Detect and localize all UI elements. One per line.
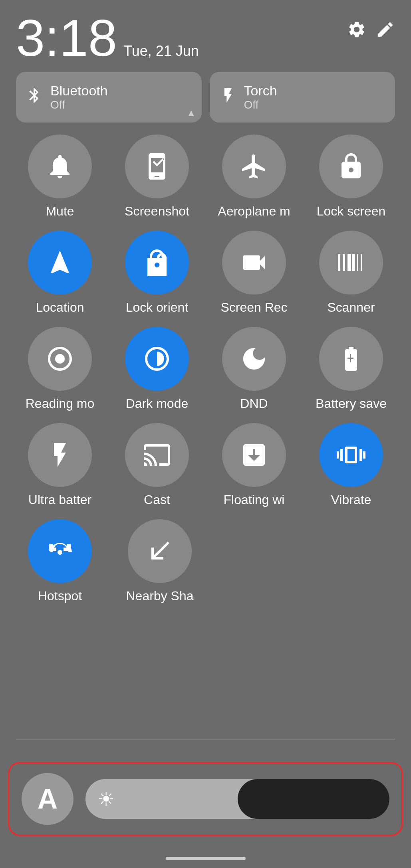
darkmode-label: Dark mode xyxy=(126,396,189,411)
edit-icon[interactable] xyxy=(376,20,395,43)
location-label: Location xyxy=(36,300,84,315)
bluetooth-icon xyxy=(26,87,43,108)
vibrate-label: Vibrate xyxy=(331,492,371,507)
scanner-label: Scanner xyxy=(327,300,375,315)
clock: 3:18 xyxy=(16,12,117,64)
home-indicator xyxy=(166,857,246,860)
tile-row-1: Mute Screenshot Aeroplane m Lock screen xyxy=(16,134,395,219)
nearbyshare-icon-circle xyxy=(128,519,192,583)
vibrate-tile[interactable]: Vibrate xyxy=(307,423,395,507)
torch-status: Off xyxy=(244,99,277,111)
dnd-icon-circle xyxy=(222,327,286,391)
cast-label: Cast xyxy=(144,492,170,507)
floatingwi-icon-circle xyxy=(222,423,286,487)
svg-point-1 xyxy=(55,354,65,364)
ultrabattery-tile[interactable]: Ultra batter xyxy=(16,423,104,507)
tile-row-5: Hotspot Nearby Sha xyxy=(16,519,395,603)
time-block: 3:18 Tue, 21 Jun xyxy=(16,12,199,64)
screenrec-tile[interactable]: Screen Rec xyxy=(210,231,298,315)
batterysave-tile[interactable]: Battery save xyxy=(307,327,395,411)
torch-label: Torch xyxy=(244,83,277,99)
divider xyxy=(16,739,395,740)
tile-row-2: Location Lock orient Screen Rec Scanner xyxy=(16,231,395,315)
scanner-tile[interactable]: Scanner xyxy=(307,231,395,315)
tile-row-3: Reading mo Dark mode DND Battery save xyxy=(16,327,395,411)
brightness-icon: ☀ xyxy=(97,788,115,810)
screenrec-icon-circle xyxy=(222,231,286,295)
torch-icon xyxy=(219,87,237,108)
bluetooth-status: Off xyxy=(50,99,108,111)
user-avatar[interactable]: A xyxy=(22,773,73,825)
lockorient-label: Lock orient xyxy=(126,300,189,315)
brightness-slider[interactable]: ☀ xyxy=(85,779,389,819)
dnd-tile[interactable]: DND xyxy=(210,327,298,411)
nearbyshare-tile[interactable]: Nearby Sha xyxy=(116,519,204,603)
mute-tile[interactable]: Mute xyxy=(16,134,104,219)
quick-settings-grid: Mute Screenshot Aeroplane m Lock screen xyxy=(0,123,411,603)
batterysave-icon-circle xyxy=(319,327,383,391)
readingmode-label: Reading mo xyxy=(26,396,95,411)
screenrec-label: Screen Rec xyxy=(220,300,287,315)
darkmode-tile[interactable]: Dark mode xyxy=(113,327,201,411)
hotspot-icon-circle xyxy=(28,519,92,583)
vibrate-icon-circle xyxy=(319,423,383,487)
hotspot-tile[interactable]: Hotspot xyxy=(16,519,104,603)
floatingwi-label: Floating wi xyxy=(224,492,285,507)
date: Tue, 21 Jun xyxy=(123,43,199,59)
location-icon-circle xyxy=(28,231,92,295)
bluetooth-label: Bluetooth xyxy=(50,83,108,99)
screenshot-tile[interactable]: Screenshot xyxy=(113,134,201,219)
lockorient-icon-circle xyxy=(125,231,189,295)
mute-icon-circle xyxy=(28,134,92,198)
ultrabattery-icon-circle xyxy=(28,423,92,487)
torch-tile[interactable]: Torch Off xyxy=(210,72,395,123)
floatingwi-tile[interactable]: Floating wi xyxy=(210,423,298,507)
aeroplane-icon-circle xyxy=(222,134,286,198)
nearbyshare-label: Nearby Sha xyxy=(126,589,194,603)
cast-icon-circle xyxy=(125,423,189,487)
readingmode-tile[interactable]: Reading mo xyxy=(16,327,104,411)
aeroplane-tile[interactable]: Aeroplane m xyxy=(210,134,298,219)
status-bar: 3:18 Tue, 21 Jun xyxy=(0,0,411,68)
lockorient-tile[interactable]: Lock orient xyxy=(113,231,201,315)
status-icons xyxy=(347,12,395,43)
aeroplane-label: Aeroplane m xyxy=(218,204,290,219)
screenshot-icon-circle xyxy=(125,134,189,198)
settings-icon[interactable] xyxy=(347,20,366,43)
lockscreen-tile[interactable]: Lock screen xyxy=(307,134,395,219)
tile-row-4: Ultra batter Cast Floating wi Vibrate xyxy=(16,423,395,507)
scanner-icon-circle xyxy=(319,231,383,295)
bluetooth-tile[interactable]: Bluetooth Off ▲ xyxy=(16,72,202,123)
bluetooth-expand: ▲ xyxy=(187,107,196,119)
darkmode-icon-circle xyxy=(125,327,189,391)
location-tile[interactable]: Location xyxy=(16,231,104,315)
mute-label: Mute xyxy=(46,204,74,219)
brightness-fill xyxy=(238,779,390,819)
screenshot-label: Screenshot xyxy=(125,204,189,219)
hotspot-label: Hotspot xyxy=(38,589,82,603)
lockscreen-label: Lock screen xyxy=(317,204,386,219)
cast-tile[interactable]: Cast xyxy=(113,423,201,507)
lockscreen-icon-circle xyxy=(319,134,383,198)
readingmode-icon-circle xyxy=(28,327,92,391)
batterysave-label: Battery save xyxy=(316,396,387,411)
bottom-bar: A ☀ xyxy=(8,762,403,836)
ultrabattery-label: Ultra batter xyxy=(28,492,91,507)
dnd-label: DND xyxy=(240,396,268,411)
top-tiles-row: Bluetooth Off ▲ Torch Off xyxy=(0,72,411,123)
